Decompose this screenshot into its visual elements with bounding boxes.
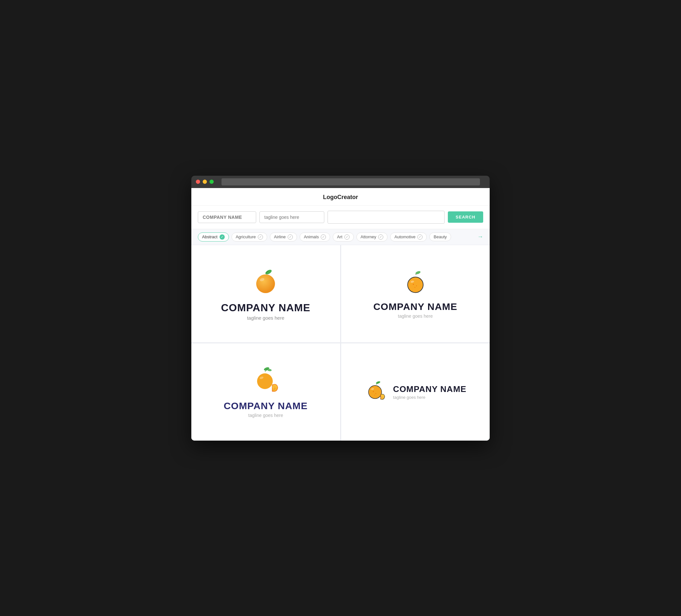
- logo4-company-name: COMPANY NAME: [393, 384, 466, 394]
- next-arrow-icon[interactable]: →: [477, 233, 483, 240]
- logo4-orange-icon: [364, 380, 388, 404]
- logo4-tagline: tagline goes here: [393, 395, 466, 400]
- logo3-orange-icon: [250, 366, 281, 396]
- category-art[interactable]: Art ✓: [333, 232, 354, 241]
- logo-grid: COMPANY NAME tagline goes here: [191, 245, 490, 441]
- logo-card-4[interactable]: COMPANY NAME tagline goes here: [341, 343, 490, 441]
- close-button[interactable]: [196, 180, 200, 184]
- logo1-tagline: tagline goes here: [247, 315, 284, 320]
- logo3-tagline: tagline goes here: [248, 413, 283, 418]
- svg-point-21: [376, 393, 376, 393]
- category-animals-label: Animals: [304, 234, 319, 239]
- search-bar: SEARCH: [191, 206, 490, 229]
- maximize-button[interactable]: [209, 180, 214, 184]
- svg-point-20: [373, 391, 374, 392]
- category-automotive[interactable]: Automotive ✓: [390, 232, 427, 241]
- category-attorney[interactable]: Attorney ✓: [356, 232, 387, 241]
- svg-point-10: [414, 287, 415, 288]
- agriculture-check-icon: ✓: [258, 234, 263, 239]
- logo-card-3[interactable]: COMPANY NAME tagline goes here: [191, 343, 340, 441]
- logo-card-1[interactable]: COMPANY NAME tagline goes here: [191, 245, 340, 342]
- browser-titlebar: [191, 176, 490, 188]
- logo1-company-name: COMPANY NAME: [221, 302, 310, 314]
- browser-window: LogoCreator SEARCH Abstract ✓ Agricultur…: [191, 176, 490, 441]
- logo1-orange-icon: [251, 267, 280, 297]
- category-agriculture[interactable]: Agriculture ✓: [231, 232, 267, 241]
- browser-content: LogoCreator SEARCH Abstract ✓ Agricultur…: [191, 188, 490, 441]
- abstract-check-icon: ✓: [220, 234, 225, 239]
- automotive-check-icon: ✓: [418, 234, 423, 239]
- animals-check-icon: ✓: [321, 234, 326, 239]
- svg-point-8: [413, 284, 414, 285]
- logo4-text-group: COMPANY NAME tagline goes here: [393, 384, 466, 400]
- svg-point-19: [369, 385, 381, 399]
- category-abstract-label: Abstract: [202, 234, 218, 239]
- category-attorney-label: Attorney: [361, 234, 376, 239]
- category-beauty[interactable]: Beauty: [429, 232, 451, 241]
- svg-point-7: [408, 277, 423, 293]
- logo3-company-name: COMPANY NAME: [224, 401, 308, 411]
- tagline-input[interactable]: [259, 211, 324, 223]
- category-agriculture-label: Agriculture: [236, 234, 256, 239]
- category-art-label: Art: [337, 234, 343, 239]
- company-name-input[interactable]: [198, 211, 256, 223]
- svg-point-22: [374, 394, 375, 395]
- category-abstract[interactable]: Abstract ✓: [198, 232, 229, 241]
- category-animals[interactable]: Animals ✓: [300, 232, 330, 241]
- category-beauty-label: Beauty: [434, 234, 447, 239]
- logo-card-2[interactable]: COMPANY NAME tagline goes here: [341, 245, 490, 342]
- app-header: LogoCreator: [191, 188, 490, 206]
- attorney-check-icon: ✓: [378, 234, 383, 239]
- svg-point-9: [416, 286, 417, 286]
- category-automotive-label: Automotive: [394, 234, 415, 239]
- logo2-company-name: COMPANY NAME: [373, 301, 457, 312]
- search-button[interactable]: SEARCH: [448, 211, 483, 223]
- svg-point-0: [264, 269, 272, 275]
- category-filter: Abstract ✓ Agriculture ✓ Airline ✓ Anima…: [191, 229, 490, 245]
- svg-point-3: [256, 274, 275, 293]
- logo2-tagline: tagline goes here: [398, 313, 433, 319]
- minimize-button[interactable]: [203, 180, 207, 184]
- category-airline-label: Airline: [274, 234, 286, 239]
- color-input[interactable]: [328, 211, 445, 224]
- svg-point-15: [257, 373, 272, 389]
- svg-point-17: [376, 381, 380, 384]
- art-check-icon: ✓: [345, 234, 350, 239]
- app-title: LogoCreator: [191, 194, 490, 201]
- category-airline[interactable]: Airline ✓: [270, 232, 297, 241]
- logo4-wrapper: COMPANY NAME tagline goes here: [364, 380, 466, 404]
- airline-check-icon: ✓: [288, 234, 293, 239]
- logo2-orange-icon: [402, 268, 428, 297]
- address-bar[interactable]: [222, 178, 480, 185]
